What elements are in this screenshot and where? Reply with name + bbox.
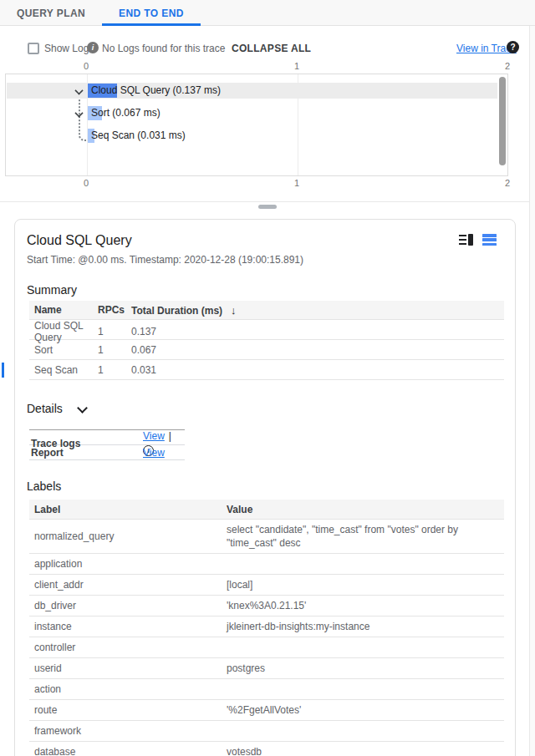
summary-col-duration: Total Duration (ms)↓ bbox=[126, 304, 504, 317]
summary-cell-rpcs: 1 bbox=[93, 326, 126, 337]
chart-axis-top: 012 bbox=[0, 61, 535, 72]
trace-toolbar: Show Logs i No Logs found for this trace… bbox=[0, 39, 535, 61]
span-detail-card: Cloud SQL Query Start Time: @0.00 ms. Ti… bbox=[14, 219, 516, 756]
labels-table-row: action bbox=[29, 679, 504, 700]
labels-table-row: framework bbox=[29, 721, 504, 742]
details-heading: Details bbox=[27, 402, 503, 415]
label-cell-key: normalized_query bbox=[29, 526, 222, 546]
trace-span-row[interactable]: Cloud SQL Query (0.137 ms) bbox=[7, 83, 497, 99]
summary-heading: Summary bbox=[27, 283, 503, 297]
info-icon: i bbox=[87, 42, 99, 53]
summary-cell-rpcs: 1 bbox=[93, 364, 126, 376]
summary-cell-duration: 0.067 bbox=[126, 344, 504, 356]
labels-table-row: db_driver'knex%3A0.21.15' bbox=[29, 596, 504, 616]
label-cell-value: postgres bbox=[222, 658, 504, 678]
label-cell-value bbox=[222, 686, 504, 693]
trace-end-to-end-page: QUERY PLAN END TO END Show Logs i No Log… bbox=[0, 0, 535, 756]
summary-cell-name: Sort bbox=[29, 344, 93, 356]
summary-cell-name: Seq Scan bbox=[29, 364, 93, 376]
span-start-time: Start Time: @0.00 ms. Timestamp: 2020-12… bbox=[27, 253, 503, 266]
label-cell-value: select "candidate", "time_cast" from "vo… bbox=[222, 520, 504, 553]
left-edge-indicator bbox=[2, 363, 4, 378]
label-cell-key: controller bbox=[29, 637, 222, 657]
tab-end-to-end[interactable]: END TO END bbox=[102, 0, 201, 26]
axis-tick-label: 2 bbox=[505, 61, 510, 71]
help-icon[interactable]: ? bbox=[507, 41, 519, 53]
label-cell-key: route bbox=[29, 700, 222, 720]
labels-table-row: useridpostgres bbox=[29, 658, 504, 679]
label-cell-key: db_driver bbox=[29, 596, 222, 616]
axis-tick-label: 1 bbox=[294, 178, 299, 188]
axis-tick-label: 1 bbox=[294, 61, 299, 71]
summary-cell-duration: 0.031 bbox=[126, 364, 504, 376]
panel-divider bbox=[0, 201, 535, 202]
label-cell-key: action bbox=[29, 679, 222, 699]
details-table-row: ReportView bbox=[29, 445, 185, 460]
label-cell-value bbox=[222, 644, 504, 651]
tab-bar: QUERY PLAN END TO END bbox=[0, 0, 535, 26]
view-sidebar-icon-pane bbox=[468, 234, 473, 246]
label-cell-key: userid bbox=[29, 658, 222, 678]
page-scrollbar[interactable] bbox=[529, 26, 535, 756]
span-label: Cloud SQL Query (0.137 ms) bbox=[91, 84, 221, 96]
span-label: Sort (0.067 ms) bbox=[91, 107, 160, 119]
view-link[interactable]: View bbox=[143, 430, 165, 442]
view-sidebar-icon-lines bbox=[459, 234, 466, 246]
label-cell-value: [local] bbox=[222, 575, 504, 595]
chart-axis-bottom: 012 bbox=[0, 178, 535, 189]
label-cell-value bbox=[222, 728, 504, 734]
summary-cell-duration: 0.137 bbox=[126, 326, 504, 337]
labels-table-row: normalized_queryselect "candidate", "tim… bbox=[29, 520, 504, 554]
label-cell-key: instance bbox=[29, 616, 222, 637]
summary-col-rpcs: RPCs bbox=[93, 304, 126, 316]
summary-cell-name: Cloud SQL Query bbox=[29, 320, 93, 343]
labels-table-row: application bbox=[29, 554, 504, 575]
details-table-row: Trace logsView|i bbox=[29, 430, 185, 445]
view-sidebar-icon[interactable] bbox=[459, 234, 473, 246]
label-cell-key: application bbox=[29, 554, 222, 574]
sort-descending-icon[interactable]: ↓ bbox=[231, 304, 237, 317]
summary-cell-rpcs: 1 bbox=[93, 344, 126, 356]
view-link[interactable]: View bbox=[143, 447, 165, 459]
label-cell-value: votesdb bbox=[222, 742, 504, 756]
axis-tick-label: 0 bbox=[84, 61, 89, 71]
chevron-down-icon[interactable] bbox=[75, 109, 83, 116]
trace-span-row[interactable]: Seq Scan (0.031 ms) bbox=[7, 128, 497, 144]
axis-tick-label: 2 bbox=[505, 178, 510, 188]
trace-span-row[interactable]: Sort (0.067 ms) bbox=[7, 105, 497, 121]
labels-table-row: client_addr[local] bbox=[29, 575, 504, 596]
label-cell-value: '%2FgetAllVotes' bbox=[222, 700, 504, 720]
labels-table-header: Label Value bbox=[29, 500, 504, 520]
label-cell-value: jkleinert-db-insights:my-instance bbox=[222, 616, 504, 637]
labels-table-row: databasevotesdb bbox=[29, 742, 504, 756]
details-row-value: View bbox=[143, 447, 185, 459]
labels-col-value: Value bbox=[222, 504, 504, 515]
tab-query-plan[interactable]: QUERY PLAN bbox=[0, 0, 102, 26]
details-table: Trace logsView|iReportView bbox=[29, 429, 185, 460]
trace-waterfall-chart: Cloud SQL Query (0.137 ms)Sort (0.067 ms… bbox=[5, 74, 508, 176]
panel-divider-handle[interactable] bbox=[258, 205, 277, 209]
summary-table-row: Sort10.067 bbox=[29, 340, 504, 360]
no-logs-text: No Logs found for this trace bbox=[102, 43, 225, 54]
chart-scrollbar-thumb[interactable] bbox=[499, 77, 506, 165]
labels-table-row: route'%2FgetAllVotes' bbox=[29, 700, 504, 721]
label-cell-key: database bbox=[29, 742, 222, 756]
row-view-icon[interactable] bbox=[482, 234, 497, 246]
collapse-all-button[interactable]: COLLAPSE ALL bbox=[232, 43, 311, 54]
show-logs-checkbox[interactable] bbox=[28, 43, 39, 54]
summary-table-row: Seq Scan10.031 bbox=[29, 360, 504, 380]
labels-col-label: Label bbox=[29, 504, 222, 515]
chevron-down-icon[interactable] bbox=[78, 404, 86, 413]
summary-table-row: Cloud SQL Query10.137 bbox=[29, 320, 504, 340]
chevron-down-icon[interactable] bbox=[75, 86, 83, 94]
axis-tick-label: 0 bbox=[84, 178, 89, 188]
labels-table: Label Value normalized_queryselect "cand… bbox=[29, 500, 504, 756]
label-cell-key: client_addr bbox=[29, 575, 222, 595]
summary-table: Name RPCs Total Duration (ms)↓ Cloud SQL… bbox=[29, 301, 504, 380]
details-row-label: Report bbox=[29, 447, 143, 459]
span-label: Seq Scan (0.031 ms) bbox=[91, 129, 186, 141]
pipe-separator: | bbox=[169, 430, 171, 442]
labels-heading: Labels bbox=[27, 479, 503, 493]
span-title: Cloud SQL Query bbox=[27, 232, 132, 248]
labels-table-row: controller bbox=[29, 637, 504, 658]
